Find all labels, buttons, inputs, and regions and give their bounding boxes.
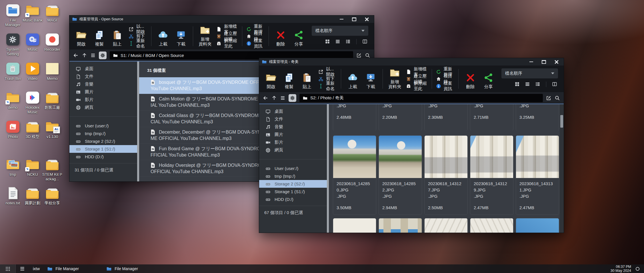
- toolbar-delete-button[interactable]: 刪除: [461, 71, 479, 89]
- back-button[interactable]: [263, 95, 268, 101]
- sidebar-drive-HDD (D:/)[interactable]: HDD (D:/): [259, 195, 327, 203]
- taskbar-task-file-manager-1[interactable]: File Manager: [47, 266, 105, 271]
- toolbar-extract-button[interactable]: 解壓縮至此: [406, 83, 427, 89]
- desktop-icon-ncku[interactable]: NCKU: [23, 158, 43, 177]
- desktop-icon-學校分享[interactable]: 學校分享: [42, 187, 62, 205]
- detail-view-button[interactable]: [345, 39, 351, 44]
- sidebar-drive-tmp (tmp:/)[interactable]: tmp (tmp:/): [69, 130, 137, 137]
- photo-card[interactable]: 20230618_143129.JPG.JPG2.47MB: [470, 135, 513, 215]
- sidebar-drive-Storage 2 (S2:/)[interactable]: Storage 2 (S2:/): [259, 180, 327, 188]
- app-launcher-button[interactable]: [0, 264, 16, 273]
- sort-order-dropdown[interactable]: 檔名順序: [501, 68, 558, 78]
- toolbar-share-button[interactable]: 分享: [290, 29, 308, 47]
- desktop-icon-file-manager[interactable]: File Manager: [3, 4, 23, 27]
- photo-card[interactable]: 2.JPG.JPG2.30MB: [424, 104, 468, 130]
- close-button[interactable]: [555, 60, 559, 64]
- desktop-icon-v1-130[interactable]: v1.130: [42, 120, 62, 139]
- photo-card[interactable]: 20230618_142850.JPG.JPG3.50MB: [333, 135, 376, 215]
- titlebar[interactable]: 檔案管理員 - Open Source: [69, 15, 374, 23]
- desktop-icon-magi[interactable]: MAGI: [42, 4, 62, 23]
- desktop-icon-memo[interactable]: Memo: [42, 62, 62, 81]
- sidebar-drive-Storage 2 (S2:/)[interactable]: Storage 2 (S2:/): [69, 137, 137, 145]
- sidebar-scrollbar[interactable]: [137, 62, 139, 181]
- menu-button[interactable]: [280, 95, 285, 101]
- photo-card[interactable]: 1.JPG.JPG2.20MB: [379, 104, 422, 130]
- sidebar-item-音樂[interactable]: 音樂: [69, 80, 137, 88]
- sort-order-dropdown[interactable]: 檔名順序: [312, 26, 368, 36]
- toolbar-new-folder-button[interactable]: 新增 資料夾: [196, 24, 214, 47]
- detail-view-button[interactable]: [535, 81, 541, 87]
- settings-gear-button[interactable]: [289, 94, 296, 102]
- sidebar-item-文件[interactable]: 文件: [69, 73, 137, 80]
- vertical-scrollbar[interactable]: [560, 104, 564, 233]
- photo-card[interactable]: 20230618_143131.JPG.JPG2.47MB: [516, 135, 559, 215]
- path-field[interactable]: S2: / Photo / 奇美: [299, 94, 543, 102]
- maximize-button[interactable]: [542, 60, 546, 64]
- toolbar-rename-button[interactable]: 重新命名: [318, 83, 336, 89]
- settings-gear-button[interactable]: [99, 52, 107, 59]
- edit-path-button[interactable]: [546, 95, 551, 101]
- up-button[interactable]: [271, 95, 277, 101]
- minimize-button[interactable]: [529, 62, 533, 62]
- photo-card[interactable]: 8.JPG.JPG2.71MB: [470, 104, 513, 130]
- toolbar-copy-button[interactable]: 複製: [280, 71, 298, 89]
- sidebar-drive-HDD (D:/)[interactable]: HDD (D:/): [69, 153, 137, 161]
- sidebar-drive-tmp (tmp:/)[interactable]: tmp (tmp:/): [259, 172, 327, 180]
- sidebar-item-文件[interactable]: 文件: [259, 115, 327, 123]
- desktop-icon-stem-kit-packag-[interactable]: STEM Kit Packag...: [42, 158, 62, 181]
- desktop-icon-music-bank[interactable]: Music Bank: [23, 4, 43, 23]
- toolbar-paste-button[interactable]: 貼上: [298, 71, 316, 89]
- toolbar-open-with-button[interactable]: 以...開啟: [129, 26, 147, 32]
- grid-view-button[interactable]: [325, 39, 330, 44]
- sidebar-drive-User (user:/)[interactable]: User (user:/): [259, 165, 327, 172]
- sidebar-item-圖片[interactable]: 圖片: [259, 131, 327, 139]
- desktop-icon-photo[interactable]: Photo: [3, 120, 23, 139]
- photo-card[interactable]: 0.JPG.JPG2.48MB: [333, 104, 376, 130]
- taskbar-task-file-manager-2[interactable]: File Manager: [107, 266, 164, 271]
- sidebar-item-桌面[interactable]: 桌面: [259, 108, 327, 115]
- sidebar-item-網頁[interactable]: 網頁: [259, 146, 327, 154]
- sidebar-drive-User (user:/)[interactable]: User (user:/): [69, 122, 137, 130]
- sidebar-item-影片[interactable]: 影片: [259, 139, 327, 146]
- photo-card[interactable]: [333, 218, 376, 233]
- photo-card[interactable]: [516, 218, 559, 233]
- toolbar-open-with-button[interactable]: 以...開啟: [318, 69, 336, 75]
- sidebar-drive-Storage 1 (S1:/)[interactable]: Storage 1 (S1:/): [259, 188, 327, 195]
- grid-view-button[interactable]: [514, 81, 520, 87]
- titlebar[interactable]: 檔案管理員 - 奇美: [259, 58, 564, 66]
- maximize-button[interactable]: [352, 17, 356, 21]
- desktop-icon-system-setting[interactable]: System Setting: [3, 33, 23, 56]
- photo-card[interactable]: 20230618_143127.JPG.JPG2.50MB: [424, 135, 468, 215]
- list-view-button[interactable]: [335, 39, 341, 44]
- up-button[interactable]: [82, 53, 87, 58]
- column-view-button[interactable]: [362, 39, 368, 44]
- sidebar-item-音樂[interactable]: 音樂: [259, 123, 327, 131]
- menu-button[interactable]: [90, 53, 96, 58]
- toolbar-upload-button[interactable]: 上載: [344, 71, 362, 89]
- photo-card[interactable]: [379, 218, 422, 233]
- desktop-icon-holodex-music[interactable]: Holodex Music: [23, 91, 43, 114]
- photo-card[interactable]: [470, 218, 513, 233]
- desktop-icon-3d-模型[interactable]: 3D 模型: [23, 120, 43, 139]
- scrollbar-thumb[interactable]: [560, 115, 563, 128]
- search-button[interactable]: [365, 53, 370, 58]
- toolbar-download-button[interactable]: 下載: [362, 71, 380, 89]
- list-view-button[interactable]: [525, 81, 530, 87]
- toolbar-folder-open-button[interactable]: 開啟: [72, 29, 90, 47]
- toolbar-download-button[interactable]: 下載: [172, 29, 190, 47]
- desktop-icon-video[interactable]: Video: [23, 62, 43, 81]
- desktop-icon-trash-bin[interactable]: Trash Bin: [3, 62, 23, 81]
- sidebar-drive-Storage 1 (S1:/)[interactable]: Storage 1 (S1:/): [69, 145, 137, 153]
- desktop-icon-tmp[interactable]: tmp: [3, 158, 23, 177]
- toolbar-upload-button[interactable]: 上載: [154, 29, 172, 47]
- toolbar-paste-button[interactable]: 貼上: [108, 29, 126, 47]
- desktop-icon-demo[interactable]: demo: [3, 91, 23, 110]
- sidebar-item-桌面[interactable]: 桌面: [69, 65, 137, 73]
- desktop-icon-recorder[interactable]: Recorder: [42, 33, 62, 52]
- toolbar-delete-button[interactable]: 刪除: [272, 29, 290, 47]
- toolbar-info-button[interactable]: 檔案資訊: [246, 40, 264, 46]
- toolbar-folder-open-button[interactable]: 開啟: [262, 71, 280, 89]
- toolbar-extract-button[interactable]: 解壓縮至此: [216, 40, 237, 46]
- photo-card[interactable]: 9.JPG.JPG3.25MB: [516, 104, 559, 130]
- taskbar-menu-button[interactable]: [19, 266, 25, 272]
